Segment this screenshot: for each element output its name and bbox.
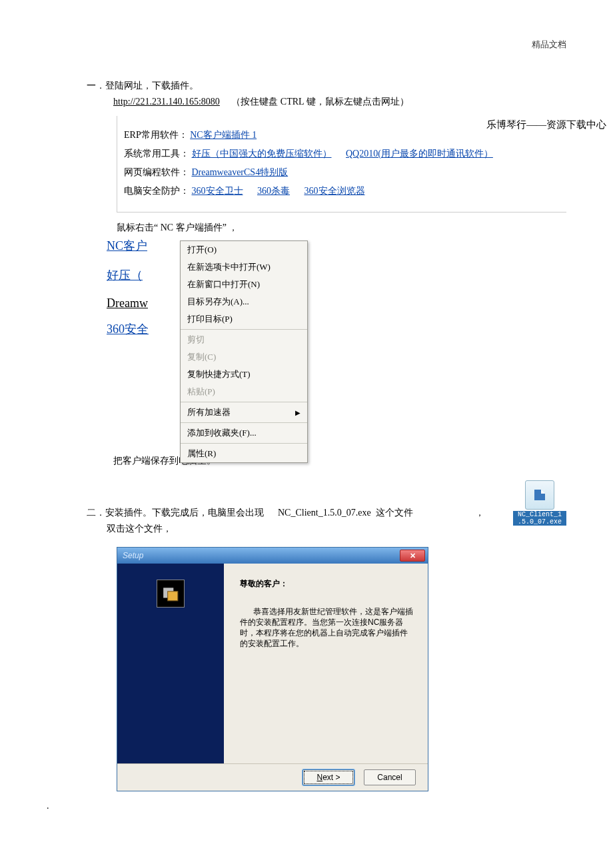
- section2-line-a: 二．安装插件。下载完成后，电脑里会出现 NC_Client_1.5.0_07.e…: [87, 507, 566, 519]
- section2-line-b: 双击这个文件，: [107, 523, 566, 535]
- close-icon: ✕: [410, 552, 416, 560]
- desktop-file-icon[interactable]: NC_Client_1 .5.0_07.exe: [513, 480, 566, 526]
- ctx-open-new-window[interactable]: 在新窗口中打开(N): [181, 276, 307, 293]
- ctx-cut: 剪切: [181, 331, 307, 348]
- ctx-print-target[interactable]: 打印目标(P): [181, 310, 307, 328]
- download-center-box: 乐博琴行——资源下载中心 ERP常用软件： NC客户端插件 1 系统常用工具： …: [117, 116, 566, 213]
- ctx-all-accelerators[interactable]: 所有加速器▶: [181, 404, 307, 421]
- link-360-safe[interactable]: 360安全卫士: [192, 186, 243, 196]
- ctx-copy: 复制(C): [181, 348, 307, 366]
- next-button[interactable]: Next >: [303, 769, 354, 785]
- svg-rect-2: [168, 592, 178, 601]
- setup-title-bar[interactable]: Setup ✕: [117, 548, 428, 564]
- ctx-paste: 粘贴(P): [181, 383, 307, 400]
- ctx-copy-shortcut[interactable]: 复制快捷方式(T): [181, 366, 307, 383]
- frag-link-nc[interactable]: NC客户: [107, 239, 147, 252]
- setup-footer: Next > Cancel: [117, 763, 428, 791]
- setup-wizard-icon: [157, 580, 185, 608]
- link-haozip[interactable]: 好压（中国强大的免费压缩软件）: [192, 149, 332, 159]
- dl-label: 电脑安全防护：: [124, 186, 189, 196]
- url-hint: （按住键盘 CTRL 键，鼠标左键点击网址）: [231, 97, 408, 107]
- ctx-separator: [181, 402, 307, 402]
- setup-content: 尊敬的客户： 恭喜选择用友新世纪管理软件，这是客户端插件的安装配置程序。当您第一…: [224, 564, 428, 763]
- dl-label: 网页编程软件：: [124, 167, 189, 177]
- file-icon-name-2: .5.0_07.exe: [513, 518, 566, 526]
- setup-wizard-window: Setup ✕ 尊敬的客户： 恭喜选择用友新世纪管理软件，这是客户端插件的安装配…: [117, 547, 428, 791]
- ctx-add-favorites[interactable]: 添加到收藏夹(F)...: [181, 424, 307, 442]
- installer-icon: [525, 480, 554, 510]
- setup-sidebar: [117, 564, 224, 763]
- frag-link-dreamw[interactable]: Dreamw: [107, 296, 148, 310]
- cancel-button[interactable]: Cancel: [364, 769, 416, 785]
- download-center-banner: 乐博琴行——资源下载中心: [486, 119, 606, 131]
- link-360-browser[interactable]: 360安全浏览器: [305, 186, 365, 196]
- dl-label: ERP常用软件：: [124, 130, 188, 140]
- dl-label: 系统常用工具：: [124, 149, 189, 159]
- dl-row-tools: 系统常用工具： 好压（中国强大的免费压缩软件） QQ2010(用户最多的即时通讯…: [124, 148, 566, 160]
- frag-link-360[interactable]: 360安全: [107, 322, 149, 336]
- dl-row-security: 电脑安全防护： 360安全卫士 360杀毒 360安全浏览器: [124, 185, 566, 197]
- setup-message: 恭喜选择用友新世纪管理软件，这是客户端插件的安装配置程序。当您第一次连接NC服务…: [240, 606, 414, 649]
- context-menu-illustration: NC客户 好压（ Dreamw 360安全 打开(O) 在新选项卡中打开(W) …: [107, 238, 373, 451]
- ctx-open-new-tab[interactable]: 在新选项卡中打开(W): [181, 258, 307, 276]
- link-360-antivirus[interactable]: 360杀毒: [257, 186, 290, 196]
- ctx-separator: [181, 329, 307, 330]
- setup-window-title: Setup: [123, 551, 143, 560]
- ctx-properties[interactable]: 属性(R): [181, 445, 307, 462]
- right-click-note: 鼠标右击“ NC 客户端插件” ，: [117, 222, 566, 234]
- header-right-label: 精品文档: [532, 39, 566, 51]
- footer-dot: .: [47, 801, 49, 811]
- context-menu: 打开(O) 在新选项卡中打开(W) 在新窗口中打开(N) 目标另存为(A)...…: [180, 240, 308, 463]
- dl-row-web: 网页编程软件： DreamweaverCS4特别版: [124, 167, 566, 179]
- url-line: http://221.231.140.165:8080 （按住键盘 CTRL 键…: [113, 96, 566, 108]
- ctx-open[interactable]: 打开(O): [181, 241, 307, 258]
- file-icon-name-1: NC_Client_1: [513, 511, 566, 518]
- link-qq2010[interactable]: QQ2010(用户最多的即时通讯软件）: [346, 149, 493, 159]
- download-url-link[interactable]: http://221.231.140.165:8080: [113, 97, 220, 107]
- ctx-save-target-as[interactable]: 目标另存为(A)...: [181, 293, 307, 310]
- ctx-separator: [181, 443, 307, 444]
- section1-title: 一．登陆网址，下载插件。: [87, 80, 566, 92]
- ctx-separator: [181, 422, 307, 423]
- svg-rect-0: [536, 496, 543, 498]
- submenu-arrow-icon: ▶: [295, 409, 301, 416]
- link-dreamweaver[interactable]: DreamweaverCS4特别版: [192, 167, 289, 177]
- close-button[interactable]: ✕: [400, 550, 425, 562]
- link-nc-client-plugin[interactable]: NC客户端插件 1: [190, 130, 257, 140]
- frag-link-haozip[interactable]: 好压（: [107, 268, 143, 282]
- exe-filename: NC_Client_1.5.0_07.exe: [278, 508, 371, 518]
- setup-greeting: 尊敬的客户：: [240, 578, 414, 589]
